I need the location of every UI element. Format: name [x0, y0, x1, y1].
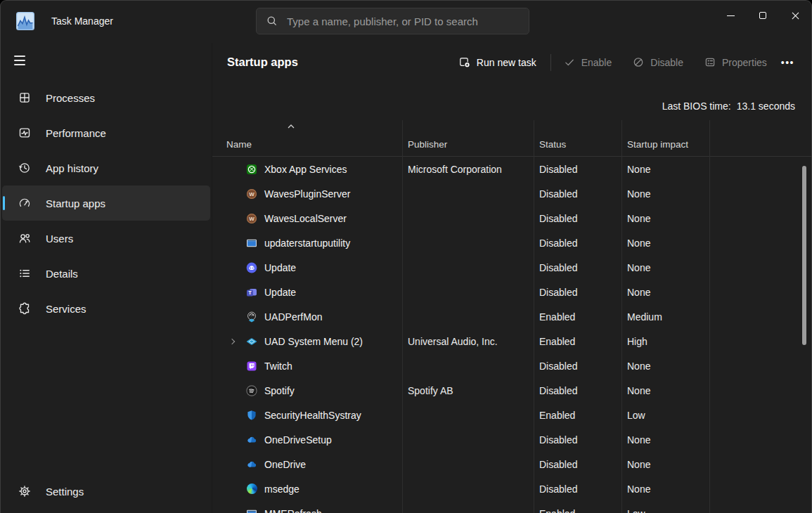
sidebar-item-startup-apps[interactable]: Startup apps [2, 186, 210, 221]
last-bios-value: 13.1 seconds [737, 100, 795, 112]
table-row[interactable]: Spotify Spotify AB Disabled None [212, 378, 811, 403]
app-status: Disabled [534, 361, 621, 372]
teams-icon: T [246, 287, 257, 298]
startup-apps-icon [18, 196, 32, 210]
app-publisher: Universal Audio, Inc. [402, 336, 534, 347]
properties-icon [704, 57, 716, 68]
row-expander chevron-right-icon[interactable] [228, 484, 246, 494]
more-options-button[interactable]: ••• [778, 53, 797, 72]
disable-button[interactable]: Disable [627, 53, 689, 72]
gear-icon [18, 484, 32, 498]
app-name: Update [264, 262, 296, 273]
table-row[interactable]: Update Disabled None [212, 255, 811, 280]
column-header-startup-impact[interactable]: Startup impact [621, 139, 709, 156]
close-button[interactable] [779, 1, 811, 30]
sidebar-item-processes[interactable]: Processes [2, 80, 210, 115]
row-expander chevron-right-icon[interactable] [228, 460, 246, 469]
row-expander chevron-right-icon[interactable] [228, 263, 246, 273]
column-separator [621, 120, 622, 513]
waves-icon: W [246, 188, 257, 200]
enable-button[interactable]: Enable [558, 53, 618, 72]
app-name: Xbox App Services [264, 164, 347, 175]
table-row[interactable]: T Update Disabled None [212, 280, 811, 304]
table-row[interactable]: UAD System Menu (2) Universal Audio, Inc… [212, 329, 811, 353]
row-expander chevron-right-icon[interactable] [228, 189, 246, 199]
row-expander chevron-right-icon[interactable] [228, 312, 246, 322]
row-expander chevron-right-icon[interactable] [228, 238, 246, 248]
minimize-icon [727, 15, 735, 16]
row-expander chevron-right-icon[interactable] [228, 361, 246, 371]
app-startup-impact: None [621, 238, 709, 249]
run-new-task-button[interactable]: Run new task [453, 53, 542, 72]
table-row[interactable]: Xbox App Services Microsoft Corporation … [212, 157, 811, 181]
app-name: UAD System Menu (2) [264, 336, 363, 347]
table-row[interactable]: W WavesLocalServer Disabled None [212, 206, 811, 230]
row-expander chevron-right-icon[interactable] [228, 509, 246, 513]
app-publisher: Microsoft Corporation [402, 164, 534, 175]
table-row[interactable]: Twitch Disabled None [212, 353, 811, 378]
window-controls [714, 1, 811, 30]
search-input[interactable] [285, 15, 519, 28]
onedrive-cloud-icon [246, 434, 257, 446]
app-status: Enabled [534, 410, 621, 421]
properties-button[interactable]: Properties [699, 53, 773, 72]
app-status: Disabled [534, 262, 621, 273]
sidebar-settings: Settings [1, 474, 212, 509]
toolbar: Startup apps Run new task Enable Disable… [212, 43, 811, 82]
hamburger-icon [14, 56, 25, 57]
table-row[interactable]: OneDriveSetup Disabled None [212, 427, 811, 452]
row-expander chevron-right-icon[interactable] [228, 164, 246, 174]
sidebar-item-details[interactable]: Details [2, 256, 210, 291]
app-name: WavesPluginServer [264, 188, 350, 200]
column-header-publisher[interactable]: Publisher [402, 139, 534, 156]
row-expander chevron-right-icon[interactable] [228, 410, 246, 420]
main-content: Startup apps Run new task Enable Disable… [212, 43, 811, 513]
table-row[interactable]: W WavesPluginServer Disabled None [212, 181, 811, 206]
table-row[interactable]: MMERefresh Enabled Low [212, 501, 811, 513]
column-header-name[interactable]: Name [212, 139, 402, 156]
row-expander chevron-right-icon[interactable] [228, 337, 246, 346]
table-row[interactable]: UADPerfMon Enabled Medium [212, 304, 811, 329]
app-status: Disabled [534, 434, 621, 446]
app-status: Enabled [534, 336, 621, 347]
table-row[interactable]: msedge Disabled None [212, 476, 811, 501]
onedrive-cloud-icon [246, 459, 257, 470]
app-startup-impact: None [621, 262, 709, 273]
column-header-status[interactable]: Status [534, 139, 621, 156]
row-expander chevron-right-icon[interactable] [228, 287, 246, 297]
details-icon [18, 266, 32, 280]
check-icon [564, 57, 575, 68]
sidebar-item-services[interactable]: Services [2, 291, 210, 326]
page-title: Startup apps [227, 56, 298, 69]
maximize-button[interactable] [747, 1, 779, 30]
row-expander chevron-right-icon[interactable] [228, 435, 246, 445]
sidebar-item-settings[interactable]: Settings [2, 474, 210, 509]
minimize-button[interactable] [714, 1, 747, 30]
spotify-icon [246, 385, 257, 396]
vertical-scrollbar[interactable] [802, 166, 806, 345]
twitch-icon [246, 361, 257, 372]
app-history-icon [18, 161, 32, 175]
column-separator [709, 120, 710, 513]
app-name: OneDriveSetup [264, 434, 332, 446]
sidebar-item-users[interactable]: Users [2, 221, 210, 256]
table-row[interactable]: OneDrive Disabled None [212, 452, 811, 476]
processes-icon [18, 91, 32, 105]
sidebar-item-label: Processes [46, 92, 95, 104]
row-expander chevron-right-icon[interactable] [228, 386, 246, 396]
table-row[interactable]: updaterstartuputility Disabled None [212, 230, 811, 255]
table-row[interactable]: SecurityHealthSystray Enabled Low [212, 403, 811, 427]
last-bios-time: Last BIOS time: 13.1 seconds [212, 82, 811, 120]
app-startup-impact: Low [621, 508, 709, 513]
search-box[interactable] [256, 8, 529, 34]
app-identity: Task Manager [16, 12, 113, 30]
sidebar-item-performance[interactable]: Performance [2, 115, 210, 150]
svg-text:W: W [249, 216, 254, 222]
app-name: OneDrive [264, 459, 306, 470]
app-startup-impact: None [621, 385, 709, 396]
app-startup-impact: None [621, 213, 709, 224]
menu-toggle-button[interactable] [12, 51, 33, 70]
row-expander chevron-right-icon[interactable] [228, 214, 246, 223]
task-manager-window: Task Manager Processes Performance [0, 0, 812, 513]
sidebar-item-app-history[interactable]: App history [2, 150, 210, 186]
